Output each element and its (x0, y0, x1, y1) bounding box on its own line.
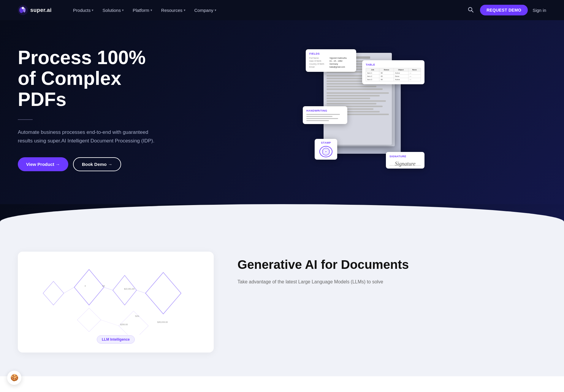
chevron-down-icon: ▾ (150, 8, 152, 12)
logo-icon (18, 5, 28, 15)
svg-point-8 (325, 151, 327, 153)
svg-marker-19 (77, 308, 101, 332)
nav-item-company[interactable]: Company ▾ (191, 5, 220, 15)
section-generative-ai: 4 $3 $22,061.80 $250.00 50% $26,033.00 L… (0, 228, 564, 376)
table-card: TABLE JobStatusObjectNone Item 180Active… (362, 60, 424, 84)
section2-title: Generative AI for Documents (237, 258, 546, 272)
request-demo-button[interactable]: REQUEST DEMO (480, 5, 528, 15)
hero-content: Process 100% of Complex PDFs Automate bu… (18, 47, 184, 171)
table-preview: JobStatusObjectNone Item 180Active— Item… (366, 68, 421, 81)
fields-card: FIELDS Full Name Vignesh Kalimuthu Date … (306, 49, 356, 72)
svg-line-21 (101, 320, 119, 326)
svg-text:$250.00: $250.00 (120, 323, 128, 326)
handwriting-card: HANDWRITING (303, 106, 347, 124)
svg-line-5 (472, 11, 473, 12)
chevron-down-icon: ▾ (92, 8, 94, 12)
svg-text:$26,033.00: $26,033.00 (157, 321, 168, 323)
nav-item-resources[interactable]: Resources ▾ (158, 5, 189, 15)
book-demo-button[interactable]: Book Demo → (73, 157, 121, 171)
chevron-down-icon: ▾ (215, 8, 216, 12)
svg-line-13 (64, 287, 74, 293)
stamp-card: STAMP (315, 139, 337, 160)
cookie-icon: 🍪 (10, 374, 18, 376)
svg-text:4: 4 (85, 285, 86, 287)
chevron-down-icon: ▾ (184, 8, 186, 12)
svg-marker-20 (119, 311, 148, 335)
hero-section: Process 100% of Complex PDFs Automate bu… (0, 20, 564, 204)
signin-button[interactable]: Sign in (533, 8, 546, 13)
hero-description: Automate business processes end-to-end w… (18, 128, 160, 145)
svg-line-15 (137, 290, 145, 293)
hero-visual: FIELDS Full Name Vignesh Kalimuthu Date … (184, 44, 546, 174)
logo-text: super.ai (30, 7, 52, 13)
svg-text:50%: 50% (135, 315, 139, 317)
signature-preview: Signature (389, 160, 421, 166)
svg-point-4 (468, 7, 472, 11)
svg-marker-9 (74, 269, 104, 305)
hero-title: Process 100% of Complex PDFs (18, 47, 184, 110)
shapes-svg: 4 $3 $22,061.80 $250.00 50% $26,033.00 (30, 264, 202, 335)
svg-point-3 (22, 7, 24, 9)
svg-marker-12 (43, 281, 64, 305)
llm-visual: 4 $3 $22,061.80 $250.00 50% $26,033.00 L… (18, 252, 214, 353)
stamp-icon (319, 146, 332, 157)
hero-buttons: View Product → Book Demo → (18, 157, 184, 171)
navbar: super.ai Products ▾ Solutions ▾ Platform… (0, 0, 564, 20)
nav-item-solutions[interactable]: Solutions ▾ (99, 5, 127, 15)
llm-label: LLM Intelligence (97, 335, 135, 344)
svg-line-14 (104, 287, 113, 290)
svg-text:$22,061.80: $22,061.80 (124, 288, 134, 290)
svg-text:$3: $3 (102, 285, 105, 287)
nav-right: REQUEST DEMO Sign in (466, 5, 546, 16)
svg-marker-11 (145, 272, 181, 314)
nav-item-products[interactable]: Products ▾ (69, 5, 97, 15)
llm-shapes: 4 $3 $22,061.80 $250.00 50% $26,033.00 (30, 264, 202, 341)
search-icon[interactable] (466, 5, 475, 16)
chevron-down-icon: ▾ (122, 8, 124, 12)
signature-card: SIGNATURE Signature (386, 152, 424, 169)
nav-links: Products ▾ Solutions ▾ Platform ▾ Resour… (69, 5, 466, 15)
section2-text: Generative AI for Documents Take advanta… (237, 252, 546, 286)
logo[interactable]: super.ai (18, 5, 52, 15)
svg-marker-10 (113, 275, 137, 305)
nav-item-platform[interactable]: Platform ▾ (129, 5, 156, 15)
hero-divider (18, 119, 33, 120)
view-product-button[interactable]: View Product → (18, 157, 68, 171)
section2-description: Take advantage of the latest Large Langu… (237, 278, 546, 286)
